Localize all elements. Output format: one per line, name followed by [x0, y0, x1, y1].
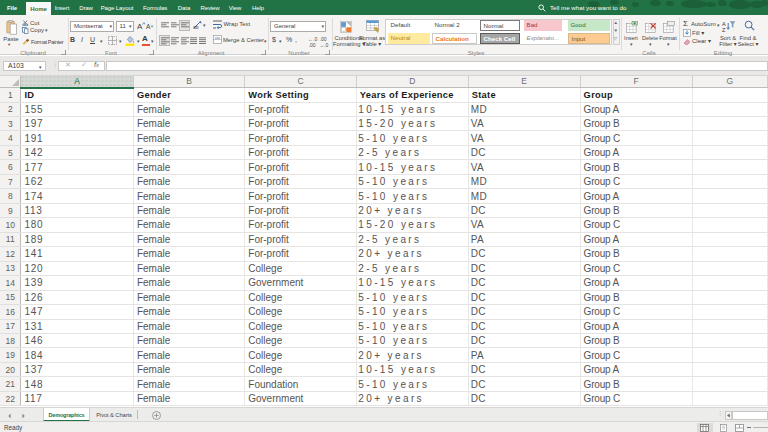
svg-text:ab: ab: [193, 24, 199, 30]
svg-text:A: A: [137, 22, 143, 30]
svg-text:→.0: →.0: [319, 41, 328, 47]
svg-text:A: A: [722, 20, 726, 26]
svg-text:.00: .00: [308, 41, 315, 47]
svg-text:A: A: [146, 23, 151, 30]
svg-text:Z: Z: [722, 27, 726, 33]
